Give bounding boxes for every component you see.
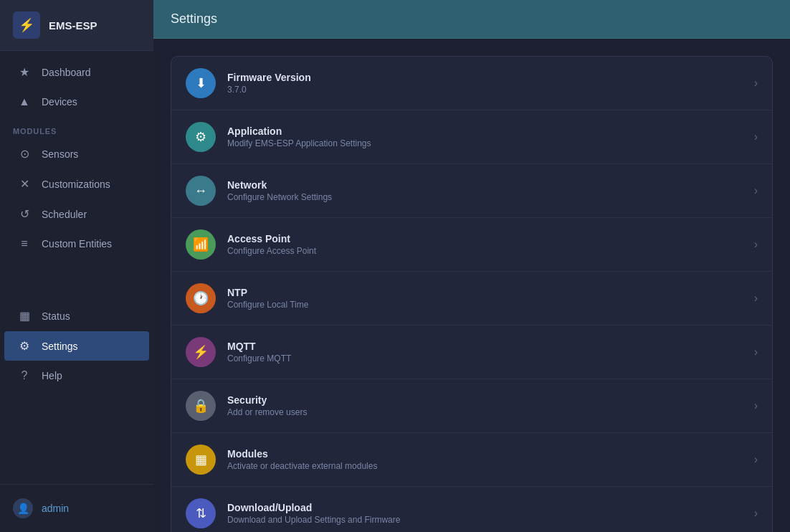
firmware-title: Firmware Version bbox=[227, 72, 747, 83]
security-title: Security bbox=[227, 394, 747, 406]
sidebar-item-sensors[interactable]: ⊙ Sensors bbox=[4, 139, 149, 168]
ntp-icon-wrap: 🕐 bbox=[186, 283, 216, 313]
sidebar-item-status[interactable]: ▦ Status bbox=[4, 301, 149, 331]
content-area: ⬇ Firmware Version 3.7.0 › ⚙ Application… bbox=[153, 39, 790, 532]
settings-card: ⬇ Firmware Version 3.7.0 › ⚙ Application… bbox=[171, 56, 773, 532]
ntp-text: NTP Configure Local Time bbox=[227, 287, 747, 310]
settings-item-access-point[interactable]: 📶 Access Point Configure Access Point › bbox=[171, 218, 772, 272]
network-icon: ↔ bbox=[194, 184, 207, 199]
security-chevron: › bbox=[754, 399, 758, 412]
mqtt-icon: ⚡ bbox=[193, 344, 209, 360]
settings-item-network[interactable]: ↔ Network Configure Network Settings › bbox=[171, 164, 772, 218]
download-upload-desc: Download and Upload Settings and Firmwar… bbox=[227, 515, 747, 525]
admin-label: admin bbox=[42, 503, 69, 514]
sidebar-item-settings[interactable]: ⚙ Settings bbox=[4, 331, 149, 361]
modules-chevron: › bbox=[754, 453, 758, 466]
security-icon: 🔒 bbox=[193, 398, 209, 414]
mqtt-chevron: › bbox=[754, 346, 758, 358]
topbar: Settings bbox=[153, 0, 790, 39]
security-text: Security Add or remove users bbox=[227, 394, 747, 417]
application-desc: Modify EMS-ESP Application Settings bbox=[227, 138, 747, 148]
custom-entities-icon: ≡ bbox=[17, 237, 32, 250]
sidebar-item-custom-entities[interactable]: ≡ Custom Entities bbox=[4, 229, 149, 258]
modules-desc: Activate or deactivate external modules bbox=[227, 461, 747, 471]
sidebar-item-devices[interactable]: ▲ Devices bbox=[4, 87, 149, 116]
modules-text: Modules Activate or deactivate external … bbox=[227, 448, 747, 471]
firmware-desc: 3.7.0 bbox=[227, 85, 747, 95]
application-chevron: › bbox=[754, 130, 758, 143]
network-text: Network Configure Network Settings bbox=[227, 179, 747, 202]
settings-item-mqtt[interactable]: ⚡ MQTT Configure MQTT › bbox=[171, 326, 772, 379]
modules-section-label: Modules bbox=[0, 117, 153, 138]
sidebar-bottom: 👤 admin bbox=[0, 484, 153, 532]
firmware-icon-wrap: ⬇ bbox=[186, 68, 216, 98]
sidebar-item-label: Scheduler bbox=[42, 209, 87, 220]
sidebar-item-help[interactable]: ? Help bbox=[4, 361, 149, 390]
sidebar-item-scheduler[interactable]: ↺ Scheduler bbox=[4, 199, 149, 229]
firmware-text: Firmware Version 3.7.0 bbox=[227, 72, 747, 95]
sidebar-item-dashboard[interactable]: ★ Dashboard bbox=[4, 57, 149, 87]
modules-title: Modules bbox=[227, 448, 747, 460]
download-upload-title: Download/Upload bbox=[227, 502, 747, 513]
settings-item-security[interactable]: 🔒 Security Add or remove users › bbox=[171, 379, 772, 433]
ntp-desc: Configure Local Time bbox=[227, 300, 747, 310]
admin-item[interactable]: 👤 admin bbox=[0, 490, 153, 526]
download-upload-chevron: › bbox=[754, 507, 758, 520]
ntp-chevron: › bbox=[754, 292, 758, 305]
download-upload-text: Download/Upload Download and Upload Sett… bbox=[227, 502, 747, 525]
application-icon-wrap: ⚙ bbox=[186, 122, 216, 152]
settings-item-firmware[interactable]: ⬇ Firmware Version 3.7.0 › bbox=[171, 57, 772, 110]
dashboard-icon: ★ bbox=[17, 65, 32, 79]
settings-item-ntp[interactable]: 🕐 NTP Configure Local Time › bbox=[171, 272, 772, 326]
scheduler-icon: ↺ bbox=[17, 207, 32, 221]
application-title: Application bbox=[227, 125, 747, 137]
settings-icon: ⚙ bbox=[17, 339, 32, 353]
mqtt-text: MQTT Configure MQTT bbox=[227, 341, 747, 364]
sensors-icon: ⊙ bbox=[17, 147, 32, 161]
application-text: Application Modify EMS-ESP Application S… bbox=[227, 125, 747, 148]
modules-icon-wrap: ▦ bbox=[186, 445, 216, 475]
app-logo: ⚡ bbox=[13, 11, 40, 39]
admin-avatar: 👤 bbox=[13, 498, 33, 518]
access-point-desc: Configure Access Point bbox=[227, 246, 747, 256]
sidebar-item-label: Help bbox=[42, 370, 62, 381]
download-upload-icon-wrap: ⇅ bbox=[186, 498, 216, 528]
help-icon: ? bbox=[17, 369, 32, 382]
devices-icon: ▲ bbox=[17, 95, 32, 108]
settings-item-download-upload[interactable]: ⇅ Download/Upload Download and Upload Se… bbox=[171, 487, 772, 532]
mqtt-title: MQTT bbox=[227, 341, 747, 352]
ntp-icon: 🕐 bbox=[193, 290, 209, 306]
network-desc: Configure Network Settings bbox=[227, 192, 747, 202]
network-title: Network bbox=[227, 179, 747, 191]
security-desc: Add or remove users bbox=[227, 407, 747, 417]
sidebar-item-label: Settings bbox=[42, 341, 78, 352]
sidebar-item-label: Devices bbox=[42, 96, 77, 108]
firmware-icon: ⬇ bbox=[196, 75, 206, 91]
sidebar-item-label: Sensors bbox=[42, 148, 78, 160]
network-icon-wrap: ↔ bbox=[186, 176, 216, 206]
main-content: Settings ⬇ Firmware Version 3.7.0 › ⚙ bbox=[153, 0, 790, 532]
access-point-icon: 📶 bbox=[193, 237, 209, 252]
download-upload-icon: ⇅ bbox=[196, 505, 206, 521]
sidebar-item-label: Dashboard bbox=[42, 67, 91, 78]
sidebar-nav: ★ Dashboard ▲ Devices Modules ⊙ Sensors … bbox=[0, 51, 153, 484]
sidebar-header: ⚡ EMS-ESP bbox=[0, 0, 153, 51]
settings-item-modules[interactable]: ▦ Modules Activate or deactivate externa… bbox=[171, 433, 772, 487]
firmware-chevron: › bbox=[754, 77, 758, 90]
status-icon: ▦ bbox=[17, 309, 32, 323]
security-icon-wrap: 🔒 bbox=[186, 391, 216, 421]
customizations-icon: ✕ bbox=[17, 177, 32, 191]
sidebar-item-label: Customizations bbox=[42, 179, 110, 190]
access-point-chevron: › bbox=[754, 238, 758, 251]
app-title: EMS-ESP bbox=[49, 19, 97, 32]
application-icon: ⚙ bbox=[195, 129, 206, 145]
page-title: Settings bbox=[171, 11, 217, 26]
sidebar-item-label: Custom Entities bbox=[42, 238, 112, 250]
settings-item-application[interactable]: ⚙ Application Modify EMS-ESP Application… bbox=[171, 110, 772, 164]
sidebar-item-customizations[interactable]: ✕ Customizations bbox=[4, 169, 149, 199]
access-point-title: Access Point bbox=[227, 233, 747, 244]
network-chevron: › bbox=[754, 184, 758, 197]
sidebar: ⚡ EMS-ESP ★ Dashboard ▲ Devices Modules … bbox=[0, 0, 153, 532]
modules-icon: ▦ bbox=[195, 452, 207, 467]
mqtt-desc: Configure MQTT bbox=[227, 353, 747, 364]
